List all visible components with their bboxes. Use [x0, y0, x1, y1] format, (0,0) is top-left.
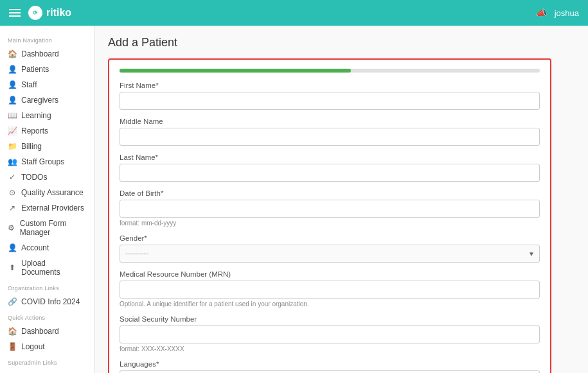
sidebar: Main Navigation 🏠 Dashboard 👤 Patients 👤… [0, 26, 95, 373]
middle-name-label: Middle Name [120, 117, 540, 125]
dob-label: Date of Birth* [120, 189, 540, 197]
sidebar-item-todos[interactable]: ✓ TODOs [0, 169, 94, 185]
sidebar-item-logout[interactable]: 🚪 Logout [0, 339, 94, 354]
sidebar-label: Quality Assurance [21, 188, 84, 197]
gender-group: Gender* --------- Male Female Other ▼ [120, 234, 540, 263]
qa-icon: ⊙ [8, 188, 17, 197]
dob-hint: format: mm-dd-yyyy [120, 220, 540, 227]
staff-groups-icon: 👥 [8, 157, 17, 166]
todos-icon: ✓ [8, 173, 17, 182]
top-nav-left: ⟳ ritiko [9, 6, 71, 20]
org-links-label: Organization Links [0, 280, 94, 294]
top-nav: ⟳ ritiko 📣 joshua [0, 0, 588, 26]
ssn-label: Social Security Number [120, 315, 540, 323]
ssn-input[interactable] [120, 325, 540, 343]
external-icon: ↗ [8, 204, 17, 213]
middle-name-group: Middle Name [120, 117, 540, 146]
gender-label: Gender* [120, 234, 540, 242]
link-icon: 🔗 [8, 297, 17, 306]
mrn-group: Medical Resource Number (MRN) Optional. … [120, 270, 540, 308]
sidebar-label: Billing [21, 142, 42, 151]
sidebar-item-staff-groups[interactable]: 👥 Staff Groups [0, 154, 94, 169]
sidebar-label: COVID Info 2024 [21, 297, 80, 306]
first-name-group: First Name* [120, 82, 540, 110]
progress-bar-wrapper [120, 69, 540, 73]
sidebar-item-caregivers[interactable]: 👤 Caregivers [0, 92, 94, 108]
account-icon: 👤 [8, 243, 17, 252]
main-content: Add a Patient First Name* Middle Name La… [95, 26, 588, 373]
sidebar-label: Reports [21, 126, 48, 135]
logout-icon: 🚪 [8, 342, 17, 351]
sidebar-item-org-settings[interactable]: ⚙ Organization Settings [0, 369, 94, 373]
billing-icon: 📁 [8, 142, 17, 151]
mrn-hint: Optional. A unique identifier for a pati… [120, 300, 540, 308]
sidebar-label: Account [21, 243, 49, 252]
logo-icon: ⟳ [28, 6, 42, 20]
home-icon: 🏠 [8, 49, 17, 58]
dob-group: Date of Birth* format: mm-dd-yyyy [120, 189, 540, 227]
main-layout: Main Navigation 🏠 Dashboard 👤 Patients 👤… [0, 26, 588, 373]
sidebar-label: Logout [21, 342, 45, 351]
user-name: joshua [555, 8, 579, 18]
sidebar-item-external-providers[interactable]: ↗ External Providers [0, 200, 94, 216]
sidebar-label: Dashboard [21, 327, 59, 336]
sidebar-item-upload[interactable]: ⬆ Upload Documents [0, 256, 94, 280]
sidebar-item-qa[interactable]: ⊙ Quality Assurance [0, 185, 94, 200]
sidebar-label: Patients [21, 65, 49, 74]
sidebar-label: Caregivers [21, 96, 58, 105]
main-nav-label: Main Navigation [0, 32, 94, 46]
staff-icon: 👤 [8, 80, 17, 89]
add-patient-form: First Name* Middle Name Last Name* Date … [108, 58, 551, 373]
learning-icon: 📖 [8, 111, 17, 120]
last-name-label: Last Name* [120, 153, 540, 161]
first-name-input[interactable] [120, 92, 540, 110]
patients-icon: 👤 [8, 65, 17, 74]
gender-select[interactable]: --------- Male Female Other [120, 245, 540, 263]
sidebar-item-quick-dashboard[interactable]: 🏠 Dashboard [0, 324, 94, 339]
sidebar-item-learning[interactable]: 📖 Learning [0, 108, 94, 123]
sidebar-item-patients[interactable]: 👤 Patients [0, 62, 94, 77]
sidebar-label: Staff [21, 80, 37, 89]
sidebar-label: Upload Documents [21, 259, 87, 277]
sidebar-label: Dashboard [21, 49, 59, 58]
ssn-hint: format: XXX-XX-XXXX [120, 345, 540, 352]
ssn-group: Social Security Number format: XXX-XX-XX… [120, 315, 540, 352]
quick-actions-label: Quick Actions [0, 309, 94, 324]
sidebar-item-staff[interactable]: 👤 Staff [0, 77, 94, 92]
first-name-label: First Name* [120, 82, 540, 89]
sidebar-label: Custom Form Manager [20, 219, 87, 237]
sidebar-item-custom-form[interactable]: ⚙ Custom Form Manager [0, 216, 94, 240]
hamburger-icon[interactable] [9, 9, 21, 17]
sidebar-item-reports[interactable]: 📈 Reports [0, 123, 94, 139]
logo-text: ritiko [46, 7, 71, 19]
mrn-label: Medical Resource Number (MRN) [120, 270, 540, 278]
sidebar-item-account[interactable]: 👤 Account [0, 240, 94, 256]
languages-label: Languages* [120, 360, 540, 368]
custom-form-icon: ⚙ [8, 223, 15, 232]
mrn-input[interactable] [120, 281, 540, 299]
sidebar-label: Learning [21, 111, 51, 120]
sidebar-label: Staff Groups [21, 157, 64, 166]
bell-icon[interactable]: 📣 [536, 8, 547, 18]
progress-bar-fill [120, 69, 351, 73]
upload-icon: ⬆ [8, 263, 17, 272]
dob-input[interactable] [120, 200, 540, 218]
page-title: Add a Patient [108, 36, 575, 49]
languages-group: Languages* English Spanish French [120, 360, 540, 373]
caregivers-icon: 👤 [8, 96, 17, 105]
sidebar-label: TODOs [21, 173, 47, 182]
middle-name-input[interactable] [120, 128, 540, 146]
sidebar-item-covid[interactable]: 🔗 COVID Info 2024 [0, 294, 94, 309]
progress-bar-bg [120, 69, 540, 73]
sidebar-label: External Providers [21, 204, 84, 213]
gender-select-wrapper: --------- Male Female Other ▼ [120, 245, 540, 263]
languages-select[interactable]: English Spanish French [120, 370, 540, 373]
superadmin-label: Superadmin Links [0, 354, 94, 369]
logo-area: ⟳ ritiko [28, 6, 71, 20]
last-name-group: Last Name* [120, 153, 540, 182]
sidebar-item-billing[interactable]: 📁 Billing [0, 139, 94, 154]
quick-home-icon: 🏠 [8, 327, 17, 336]
last-name-input[interactable] [120, 164, 540, 182]
reports-icon: 📈 [8, 126, 17, 135]
sidebar-item-dashboard[interactable]: 🏠 Dashboard [0, 46, 94, 62]
